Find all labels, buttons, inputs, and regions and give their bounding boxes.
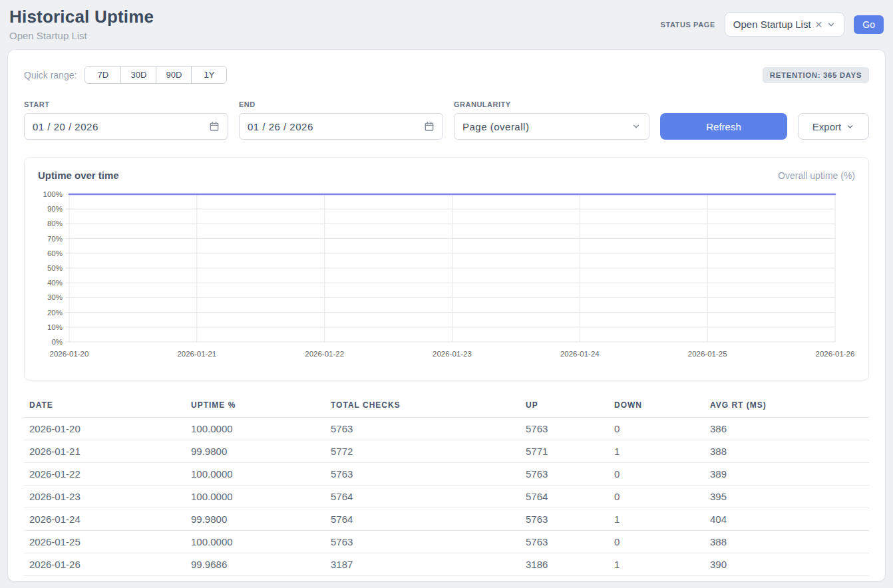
x-tick-label: 2026-01-22 — [305, 350, 344, 358]
status-page-selected-value: Open Startup List — [733, 19, 811, 30]
end-date-input[interactable]: 01 / 26 / 2026 — [239, 113, 443, 140]
uptime-line-chart: 0%10%20%30%40%50%60%70%80%90%100%2026-01… — [38, 189, 859, 363]
granularity-select[interactable]: Page (overall) — [454, 113, 649, 140]
table-cell: 5763 — [520, 531, 609, 553]
quick-range-90d-button[interactable]: 90D — [156, 67, 191, 83]
retention-badge: RETENTION: 365 DAYS — [763, 67, 869, 83]
column-header-uptime: UPTIME % — [186, 400, 325, 418]
chevron-down-icon — [826, 20, 836, 29]
table-cell: 3187 — [325, 553, 520, 576]
table-cell: 99.9686 — [186, 553, 325, 576]
table-row: 2026-01-20100.0000576357630386 — [24, 418, 869, 440]
table-cell: 388 — [705, 531, 869, 553]
column-header-date: DATE — [24, 400, 186, 418]
table-cell: 5763 — [325, 463, 520, 486]
page-subtitle: Open Startup List — [9, 30, 154, 41]
quick-range-30d-button[interactable]: 30D — [120, 67, 156, 83]
clear-selection-icon[interactable]: ✕ — [815, 20, 823, 29]
table-header: DATE UPTIME % TOTAL CHECKS UP DOWN AVG R… — [24, 400, 869, 418]
table-cell: 100.0000 — [186, 463, 325, 486]
table-cell: 5763 — [520, 418, 609, 440]
start-date-input[interactable]: 01 / 20 / 2026 — [24, 113, 228, 140]
y-tick-label: 0% — [51, 338, 63, 346]
table-cell: 100.0000 — [186, 418, 325, 440]
uptime-table: DATE UPTIME % TOTAL CHECKS UP DOWN AVG R… — [24, 400, 869, 576]
y-tick-label: 70% — [47, 235, 63, 243]
table-cell: 2026-01-25 — [24, 531, 186, 553]
table-cell: 0 — [609, 463, 705, 486]
table-row: 2026-01-2699.9686318731861390 — [24, 553, 869, 576]
table-cell: 5771 — [520, 440, 609, 463]
table-cell: 2026-01-23 — [24, 486, 186, 508]
x-tick-label: 2026-01-24 — [560, 350, 600, 358]
table-cell: 100.0000 — [186, 486, 325, 508]
table-cell: 5763 — [325, 531, 520, 553]
refresh-button[interactable]: Refresh — [660, 113, 787, 140]
granularity-label: GRANULARITY — [454, 100, 649, 108]
table-row: 2026-01-2499.9800576457631404 — [24, 508, 869, 531]
granularity-selected-value: Page (overall) — [462, 121, 529, 132]
table-cell: 3186 — [520, 553, 609, 576]
x-tick-label: 2026-01-26 — [816, 350, 855, 358]
end-date-field: END 01 / 26 / 2026 — [239, 100, 443, 140]
table-cell: 0 — [609, 531, 705, 553]
y-tick-label: 40% — [47, 279, 63, 287]
table-cell: 1 — [609, 508, 705, 531]
quick-range-group: Quick range: 7D 30D 90D 1Y — [24, 66, 227, 84]
table-row: 2026-01-23100.0000576457640395 — [24, 486, 869, 508]
x-tick-label: 2026-01-21 — [177, 350, 216, 358]
start-date-value: 01 / 20 / 2026 — [33, 121, 98, 132]
table-cell: 388 — [705, 440, 869, 463]
chart-header: Uptime over time Overall uptime (%) — [38, 170, 855, 181]
table-body: 2026-01-20100.00005763576303862026-01-21… — [24, 418, 869, 576]
table-cell: 5763 — [520, 463, 609, 486]
x-tick-label: 2026-01-25 — [688, 350, 727, 358]
table-cell: 389 — [705, 463, 869, 486]
table-cell: 404 — [705, 508, 869, 531]
table-cell: 99.9800 — [186, 440, 325, 463]
table-cell: 386 — [705, 418, 869, 440]
y-tick-label: 80% — [47, 220, 63, 227]
table-cell: 2026-01-24 — [24, 508, 186, 531]
table-cell: 0 — [609, 486, 705, 508]
calendar-icon[interactable] — [424, 121, 435, 132]
table-cell: 2026-01-22 — [24, 463, 186, 486]
page-title-block: Historical Uptime Open Startup List — [9, 7, 154, 41]
table-cell: 5764 — [520, 486, 609, 508]
calendar-icon[interactable] — [209, 121, 220, 132]
table-cell: 5764 — [325, 508, 520, 531]
table-cell: 2026-01-21 — [24, 440, 186, 463]
table-cell: 100.0000 — [186, 531, 325, 553]
start-date-label: START — [24, 100, 228, 108]
table-row: 2026-01-25100.0000576357630388 — [24, 531, 869, 553]
y-tick-label: 60% — [47, 249, 63, 257]
table-cell: 2026-01-26 — [24, 553, 186, 576]
table-cell: 2026-01-20 — [24, 418, 186, 440]
table-header-row: DATE UPTIME % TOTAL CHECKS UP DOWN AVG R… — [24, 400, 869, 418]
page-header: Historical Uptime Open Startup List STAT… — [0, 0, 893, 41]
y-tick-label: 10% — [47, 323, 63, 331]
table-cell: 1 — [609, 553, 705, 576]
column-header-up: UP — [520, 400, 609, 418]
quick-range-row: Quick range: 7D 30D 90D 1Y RETENTION: 36… — [24, 66, 869, 84]
chart-title: Uptime over time — [38, 170, 119, 181]
status-page-label: STATUS PAGE — [660, 21, 715, 29]
chevron-down-icon — [631, 122, 641, 131]
header-right: STATUS PAGE Open Startup List ✕ Go — [660, 12, 884, 37]
main-card: Quick range: 7D 30D 90D 1Y RETENTION: 36… — [8, 50, 885, 581]
table-row: 2026-01-22100.0000576357630389 — [24, 463, 869, 486]
quick-range-1y-button[interactable]: 1Y — [191, 67, 226, 83]
table-cell: 5772 — [325, 440, 520, 463]
table-cell: 1 — [609, 440, 705, 463]
granularity-field: GRANULARITY Page (overall) — [454, 100, 649, 140]
status-page-select[interactable]: Open Startup List ✕ — [725, 12, 844, 37]
table-cell: 5763 — [520, 508, 609, 531]
export-button[interactable]: Export — [798, 113, 869, 140]
quick-range-buttons: 7D 30D 90D 1Y — [85, 66, 227, 84]
chart-legend: Overall uptime (%) — [778, 170, 855, 181]
quick-range-7d-button[interactable]: 7D — [85, 67, 120, 83]
table-cell: 395 — [705, 486, 869, 508]
go-button[interactable]: Go — [854, 15, 884, 34]
table-cell: 5764 — [325, 486, 520, 508]
y-tick-label: 30% — [47, 293, 63, 301]
